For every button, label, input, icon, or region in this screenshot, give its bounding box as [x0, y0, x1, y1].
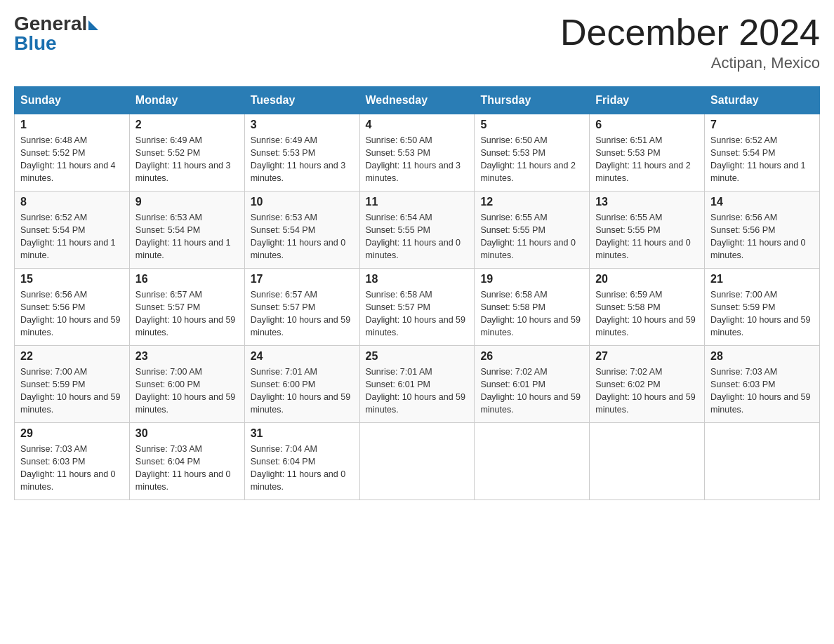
day-info: Sunrise: 7:00 AMSunset: 5:59 PMDaylight:…: [710, 288, 814, 340]
calendar-table: Sunday Monday Tuesday Wednesday Thursday…: [14, 86, 820, 500]
calendar-cell: 21 Sunrise: 7:00 AMSunset: 5:59 PMDaylig…: [705, 269, 820, 346]
calendar-cell: 19 Sunrise: 6:58 AMSunset: 5:58 PMDaylig…: [475, 269, 590, 346]
calendar-week-4: 22 Sunrise: 7:00 AMSunset: 5:59 PMDaylig…: [15, 346, 820, 423]
day-number: 24: [251, 350, 354, 363]
calendar-cell: 16 Sunrise: 6:57 AMSunset: 5:57 PMDaylig…: [129, 269, 244, 346]
calendar-week-3: 15 Sunrise: 6:56 AMSunset: 5:56 PMDaylig…: [15, 269, 820, 346]
day-info: Sunrise: 6:50 AMSunset: 5:53 PMDaylight:…: [366, 134, 469, 185]
logo-blue: Blue: [14, 32, 57, 55]
day-info: Sunrise: 7:02 AMSunset: 6:01 PMDaylight:…: [480, 365, 583, 417]
col-tuesday: Tuesday: [244, 87, 359, 114]
calendar-cell: 29 Sunrise: 7:03 AMSunset: 6:03 PMDaylig…: [15, 423, 130, 500]
calendar-cell: 2 Sunrise: 6:49 AMSunset: 5:52 PMDayligh…: [129, 114, 244, 192]
day-info: Sunrise: 6:51 AMSunset: 5:53 PMDaylight:…: [595, 134, 699, 185]
col-sunday: Sunday: [15, 87, 130, 114]
day-info: Sunrise: 7:00 AMSunset: 5:59 PMDaylight:…: [20, 365, 124, 417]
day-number: 9: [135, 196, 239, 208]
day-number: 31: [251, 427, 354, 440]
day-number: 2: [135, 119, 239, 131]
day-info: Sunrise: 6:56 AMSunset: 5:56 PMDaylight:…: [710, 211, 814, 262]
day-number: 3: [251, 119, 354, 131]
calendar-cell: [359, 423, 475, 500]
day-info: Sunrise: 6:56 AMSunset: 5:56 PMDaylight:…: [20, 288, 124, 340]
day-info: Sunrise: 6:57 AMSunset: 5:57 PMDaylight:…: [135, 288, 239, 340]
calendar-cell: 28 Sunrise: 7:03 AMSunset: 6:03 PMDaylig…: [705, 346, 820, 423]
day-info: Sunrise: 6:55 AMSunset: 5:55 PMDaylight:…: [595, 211, 699, 262]
day-number: 23: [135, 350, 239, 363]
page-header: General Blue December 2024 Actipan, Mexi…: [14, 14, 820, 72]
day-number: 20: [595, 273, 699, 286]
calendar-cell: 14 Sunrise: 6:56 AMSunset: 5:56 PMDaylig…: [705, 192, 820, 269]
day-info: Sunrise: 7:03 AMSunset: 6:04 PMDaylight:…: [135, 443, 239, 494]
day-number: 18: [366, 273, 469, 286]
calendar-week-1: 1 Sunrise: 6:48 AMSunset: 5:52 PMDayligh…: [15, 114, 820, 192]
col-thursday: Thursday: [475, 87, 590, 114]
calendar-cell: 24 Sunrise: 7:01 AMSunset: 6:00 PMDaylig…: [244, 346, 359, 423]
calendar-cell: 11 Sunrise: 6:54 AMSunset: 5:55 PMDaylig…: [359, 192, 475, 269]
day-number: 13: [595, 196, 699, 208]
day-info: Sunrise: 6:52 AMSunset: 5:54 PMDaylight:…: [20, 211, 124, 262]
calendar-cell: 8 Sunrise: 6:52 AMSunset: 5:54 PMDayligh…: [15, 192, 130, 269]
day-number: 21: [710, 273, 814, 286]
calendar-cell: 30 Sunrise: 7:03 AMSunset: 6:04 PMDaylig…: [129, 423, 244, 500]
logo-general: General: [14, 14, 87, 34]
calendar-week-2: 8 Sunrise: 6:52 AMSunset: 5:54 PMDayligh…: [15, 192, 820, 269]
logo: General Blue: [14, 14, 98, 55]
calendar-cell: 26 Sunrise: 7:02 AMSunset: 6:01 PMDaylig…: [475, 346, 590, 423]
day-info: Sunrise: 6:58 AMSunset: 5:58 PMDaylight:…: [480, 288, 583, 340]
title-section: December 2024 Actipan, Mexico: [560, 14, 820, 72]
calendar-cell: 18 Sunrise: 6:58 AMSunset: 5:57 PMDaylig…: [359, 269, 475, 346]
day-info: Sunrise: 6:53 AMSunset: 5:54 PMDaylight:…: [135, 211, 239, 262]
day-info: Sunrise: 6:57 AMSunset: 5:57 PMDaylight:…: [251, 288, 354, 340]
day-number: 15: [20, 273, 124, 286]
calendar-cell: 15 Sunrise: 6:56 AMSunset: 5:56 PMDaylig…: [15, 269, 130, 346]
calendar-cell: 10 Sunrise: 6:53 AMSunset: 5:54 PMDaylig…: [244, 192, 359, 269]
calendar-cell: 25 Sunrise: 7:01 AMSunset: 6:01 PMDaylig…: [359, 346, 475, 423]
day-number: 10: [251, 196, 354, 208]
calendar-cell: 5 Sunrise: 6:50 AMSunset: 5:53 PMDayligh…: [475, 114, 590, 192]
day-number: 7: [710, 119, 814, 131]
col-monday: Monday: [129, 87, 244, 114]
day-info: Sunrise: 7:01 AMSunset: 6:00 PMDaylight:…: [251, 365, 354, 417]
day-info: Sunrise: 6:49 AMSunset: 5:53 PMDaylight:…: [251, 134, 354, 185]
day-info: Sunrise: 6:48 AMSunset: 5:52 PMDaylight:…: [20, 134, 124, 185]
day-info: Sunrise: 7:00 AMSunset: 6:00 PMDaylight:…: [135, 365, 239, 417]
calendar-cell: 1 Sunrise: 6:48 AMSunset: 5:52 PMDayligh…: [15, 114, 130, 192]
day-number: 25: [366, 350, 469, 363]
header-row: Sunday Monday Tuesday Wednesday Thursday…: [15, 87, 820, 114]
day-number: 28: [710, 350, 814, 363]
day-number: 8: [20, 196, 124, 208]
day-info: Sunrise: 6:53 AMSunset: 5:54 PMDaylight:…: [251, 211, 354, 262]
day-info: Sunrise: 7:03 AMSunset: 6:03 PMDaylight:…: [710, 365, 814, 417]
calendar-cell: 4 Sunrise: 6:50 AMSunset: 5:53 PMDayligh…: [359, 114, 475, 192]
day-info: Sunrise: 6:58 AMSunset: 5:57 PMDaylight:…: [366, 288, 469, 340]
day-info: Sunrise: 6:54 AMSunset: 5:55 PMDaylight:…: [366, 211, 469, 262]
calendar-cell: [475, 423, 590, 500]
day-number: 1: [20, 119, 124, 131]
day-number: 14: [710, 196, 814, 208]
day-number: 11: [366, 196, 469, 208]
day-number: 16: [135, 273, 239, 286]
col-friday: Friday: [590, 87, 705, 114]
day-number: 22: [20, 350, 124, 363]
calendar-cell: 17 Sunrise: 6:57 AMSunset: 5:57 PMDaylig…: [244, 269, 359, 346]
day-info: Sunrise: 7:01 AMSunset: 6:01 PMDaylight:…: [366, 365, 469, 417]
calendar-cell: 12 Sunrise: 6:55 AMSunset: 5:55 PMDaylig…: [475, 192, 590, 269]
calendar-cell: 27 Sunrise: 7:02 AMSunset: 6:02 PMDaylig…: [590, 346, 705, 423]
calendar-header: Sunday Monday Tuesday Wednesday Thursday…: [15, 87, 820, 114]
day-info: Sunrise: 6:52 AMSunset: 5:54 PMDaylight:…: [710, 134, 814, 185]
day-number: 29: [20, 427, 124, 440]
day-number: 26: [480, 350, 583, 363]
calendar-cell: 23 Sunrise: 7:00 AMSunset: 6:00 PMDaylig…: [129, 346, 244, 423]
day-info: Sunrise: 6:55 AMSunset: 5:55 PMDaylight:…: [480, 211, 583, 262]
calendar-week-5: 29 Sunrise: 7:03 AMSunset: 6:03 PMDaylig…: [15, 423, 820, 500]
day-number: 12: [480, 196, 583, 208]
day-number: 19: [480, 273, 583, 286]
day-number: 17: [251, 273, 354, 286]
calendar-cell: 6 Sunrise: 6:51 AMSunset: 5:53 PMDayligh…: [590, 114, 705, 192]
day-number: 5: [480, 119, 583, 131]
col-wednesday: Wednesday: [359, 87, 475, 114]
day-number: 27: [595, 350, 699, 363]
day-number: 6: [595, 119, 699, 131]
day-info: Sunrise: 6:49 AMSunset: 5:52 PMDaylight:…: [135, 134, 239, 185]
